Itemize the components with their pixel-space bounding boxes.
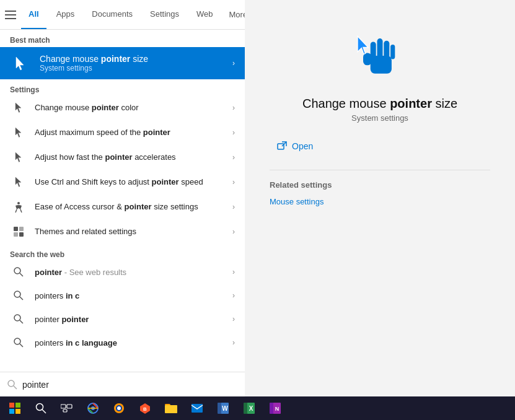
svg-text:N: N	[275, 406, 280, 412]
settings-section-label: Settings	[0, 79, 245, 95]
svg-rect-42	[165, 405, 177, 413]
best-match-subtitle: System settings	[40, 64, 225, 72]
start-button[interactable]	[2, 397, 27, 419]
svg-rect-20	[377, 38, 383, 58]
excel-icon[interactable]: X	[237, 397, 262, 419]
svg-point-10	[14, 291, 20, 297]
open-icon	[277, 141, 287, 151]
svg-text:X: X	[249, 405, 253, 412]
web-chevron-3: ›	[232, 315, 235, 323]
list-item-ctrl-shift[interactable]: Use Ctrl and Shift keys to adjust pointe…	[0, 170, 245, 195]
svg-rect-7	[19, 232, 24, 237]
web-item-text-4: pointers in c language	[35, 338, 225, 348]
search-input[interactable]	[22, 380, 237, 390]
menu-icon[interactable]	[5, 5, 16, 25]
file-explorer-icon[interactable]	[159, 397, 183, 419]
svg-line-11	[20, 297, 23, 300]
best-match-title: Change mouse pointer size	[40, 54, 225, 64]
web-chevron-1: ›	[232, 268, 235, 276]
tabs-bar: All Apps Documents Settings Web More ▾ F…	[0, 0, 245, 30]
themes-icon	[10, 223, 27, 240]
web-chevron-2: ›	[232, 291, 235, 300]
svg-rect-27	[15, 403, 20, 408]
mouse-icon-3	[10, 149, 27, 166]
onenote-icon[interactable]: N	[263, 397, 288, 419]
svg-rect-29	[15, 409, 20, 414]
svg-rect-24	[278, 144, 284, 149]
related-settings-label: Related settings	[270, 180, 332, 190]
svg-rect-1	[5, 14, 16, 15]
svg-rect-5	[19, 227, 24, 231]
list-item-max-speed[interactable]: Adjust maximum speed of the pointer ›	[0, 120, 245, 145]
mouse-settings-link[interactable]: Mouse settings	[270, 195, 324, 209]
svg-point-14	[14, 338, 20, 344]
web-item-2[interactable]: pointers in c ›	[0, 284, 245, 307]
search-icon-3	[10, 310, 27, 328]
item-text-ctrl-shift: Use Ctrl and Shift keys to adjust pointe…	[35, 177, 225, 188]
svg-rect-26	[9, 403, 14, 408]
web-item-4[interactable]: pointers in c language ›	[0, 331, 245, 354]
web-item-text-1: pointer - See web results	[35, 268, 225, 277]
svg-rect-22	[390, 45, 395, 59]
svg-rect-4	[14, 227, 18, 231]
chevron-3: ›	[232, 153, 235, 162]
firefox-icon[interactable]	[107, 397, 131, 419]
svg-rect-0	[5, 11, 16, 12]
taskbar: B W X N	[0, 396, 515, 420]
tab-all[interactable]: All	[21, 0, 46, 29]
web-item-3[interactable]: pointer pointer ›	[0, 307, 245, 331]
svg-rect-2	[5, 18, 16, 19]
svg-rect-33	[67, 405, 72, 408]
chevron-6: ›	[232, 227, 235, 236]
mail-icon[interactable]	[185, 397, 209, 419]
mouse-icon-2	[10, 124, 27, 141]
list-item-acceleration[interactable]: Adjust how fast the pointer accelerates …	[0, 145, 245, 170]
web-section-label: Search the web	[0, 244, 245, 260]
web-chevron-4: ›	[232, 338, 235, 347]
task-view-icon[interactable]	[55, 397, 79, 419]
tab-settings[interactable]: Settings	[143, 0, 187, 29]
svg-point-16	[8, 380, 14, 387]
chrome-icon[interactable]	[81, 397, 105, 419]
best-match-chevron: ›	[232, 59, 235, 68]
svg-point-30	[37, 404, 43, 411]
svg-rect-23	[363, 53, 372, 66]
svg-rect-43	[191, 404, 203, 413]
brave-icon[interactable]: B	[133, 397, 157, 419]
search-window: All Apps Documents Settings Web More ▾ F…	[0, 0, 515, 396]
search-icon-1	[10, 263, 27, 281]
list-item-ease-access[interactable]: Ease of Access cursor & pointer size set…	[0, 195, 245, 219]
chevron-2: ›	[232, 128, 235, 137]
word-icon[interactable]: W	[211, 397, 235, 419]
list-item-themes[interactable]: Themes and related settings ›	[0, 219, 245, 244]
svg-text:W: W	[222, 405, 228, 412]
chevron-5: ›	[232, 203, 235, 211]
svg-point-8	[14, 268, 20, 274]
search-taskbar-icon[interactable]	[29, 397, 53, 419]
item-text-max-speed: Adjust maximum speed of the pointer	[35, 127, 225, 138]
svg-text:B: B	[143, 406, 147, 412]
svg-rect-34	[63, 409, 67, 412]
tab-web[interactable]: Web	[189, 0, 221, 29]
ease-access-icon	[10, 198, 27, 216]
chevron-4: ›	[232, 178, 235, 186]
web-item-1[interactable]: pointer - See web results ›	[0, 260, 245, 284]
search-bar	[0, 372, 245, 396]
tab-apps[interactable]: Apps	[49, 0, 82, 29]
result-icon	[349, 25, 411, 87]
svg-line-17	[14, 386, 17, 389]
tab-documents[interactable]: Documents	[84, 0, 140, 29]
result-subtitle: System settings	[351, 113, 408, 123]
search-icon-2	[10, 287, 27, 304]
web-item-text-3: pointer pointer	[35, 315, 225, 324]
right-panel: Change mouse pointer size System setting…	[245, 0, 515, 396]
best-match-item[interactable]: Change mouse pointer size System setting…	[0, 47, 245, 79]
item-text-ease-access: Ease of Access cursor & pointer size set…	[35, 201, 225, 212]
result-title: Change mouse pointer size	[302, 97, 457, 111]
svg-line-31	[42, 409, 46, 413]
list-item-change-color[interactable]: Change mouse pointer color ›	[0, 95, 245, 120]
mouse-icon-1	[10, 99, 27, 116]
divider	[270, 170, 490, 170]
open-button[interactable]: Open	[270, 138, 320, 155]
svg-point-3	[17, 202, 20, 204]
